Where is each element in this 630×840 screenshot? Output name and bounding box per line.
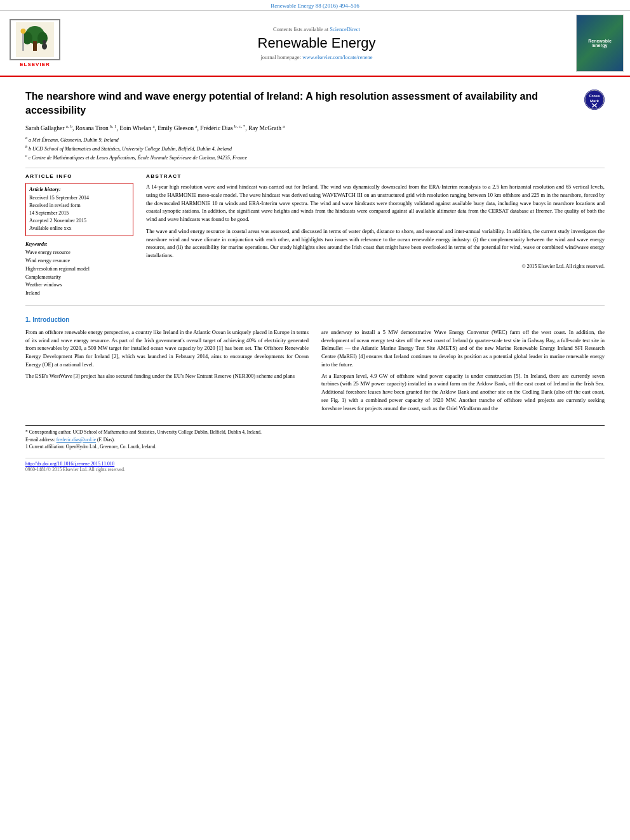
divider	[25, 168, 605, 168]
abstract-heading: ABSTRACT	[146, 173, 605, 179]
svg-rect-5	[22, 32, 24, 51]
article-info-column: ARTICLE INFO Article history: Received 1…	[25, 173, 133, 298]
keywords-title: Keywords:	[25, 241, 133, 247]
abstract-text: A 14-year high resolution wave and wind …	[146, 183, 605, 260]
abstract-column: ABSTRACT A 14-year high resolution wave …	[146, 173, 605, 298]
crossmark-icon: Cross Mark	[584, 90, 605, 110]
doi-link[interactable]: http://dx.doi.org/10.1016/j.renene.2015.…	[25, 461, 114, 467]
homepage-link[interactable]: www.elsevier.com/locate/renene	[302, 54, 372, 60]
journal-thumbnail: RenewableEnergy	[576, 15, 624, 72]
svg-point-8	[43, 40, 46, 44]
intro-section: 1. Introduction From an offshore renewab…	[25, 316, 605, 416]
affiliations: a a Met Éireann, Glasnevin, Dublin 9, Ir…	[25, 135, 605, 161]
thumb-image: RenewableEnergy	[576, 15, 624, 72]
science-direct-link[interactable]: ScienceDirect	[330, 26, 360, 32]
intro-right-p1: At a European level, 4.9 GW of offshore …	[321, 372, 605, 413]
history-row-0: Received 15 September 2014	[29, 194, 130, 202]
bottom-bar: http://dx.doi.org/10.1016/j.renene.2015.…	[25, 458, 605, 472]
abstract-para-0: A 14-year high resolution wave and wind …	[146, 183, 605, 223]
intro-left-p1: The ESB's WestWave [3] project has also …	[25, 372, 309, 380]
citation-text: Renewable Energy 88 (2016) 494–516	[271, 3, 359, 9]
science-direct-text: Contents lists available at ScienceDirec…	[64, 26, 570, 32]
intro-right-text: are underway to install a 5 MW demonstra…	[321, 328, 605, 413]
copyright: © 2015 Elsevier Ltd. All rights reserved…	[146, 263, 605, 269]
elsevier-tree-icon	[16, 22, 54, 57]
crossmark: Cross Mark	[584, 90, 605, 110]
email-link[interactable]: frederic.dias@ucd.ie	[57, 437, 96, 443]
footnote-corresponding: * Corresponding author. UCD School of Ma…	[25, 429, 605, 436]
keyword-2: High-resolution regional model	[25, 265, 133, 274]
logo-box	[10, 19, 60, 60]
article-info-abstract: ARTICLE INFO Article history: Received 1…	[25, 173, 605, 298]
journal-homepage: journal homepage: www.elsevier.com/locat…	[64, 54, 570, 60]
elsevier-label: ELSEVIER	[20, 62, 50, 67]
keyword-0: Wave energy resource	[25, 249, 133, 257]
article-title-section: The nearshore wind and wave energy poten…	[25, 83, 605, 118]
journal-center: Contents lists available at ScienceDirec…	[64, 26, 570, 60]
keyword-4: Weather windows	[25, 281, 133, 290]
affiliation-c: c c Centre de Mathématiques et de Leurs …	[25, 153, 605, 162]
history-row-2: 14 September 2015	[29, 210, 130, 217]
history-row-1: Received in revised form	[29, 202, 130, 210]
journal-title: Renewable Energy	[64, 35, 570, 51]
intro-right-p0: are underway to install a 5 MW demonstra…	[321, 328, 605, 369]
svg-text:Mark: Mark	[590, 99, 600, 103]
doi-line: http://dx.doi.org/10.1016/j.renene.2015.…	[25, 461, 605, 467]
svg-point-7	[42, 43, 47, 50]
footnote-email: E-mail address: frederic.dias@ucd.ie (F.…	[25, 436, 605, 443]
history-row-4: Available online xxx	[29, 225, 130, 232]
article-title: The nearshore wind and wave energy poten…	[25, 90, 578, 118]
intro-right-col: are underway to install a 5 MW demonstra…	[321, 328, 605, 416]
affiliation-a: a a Met Éireann, Glasnevin, Dublin 9, Ir…	[25, 135, 605, 144]
history-title: Article history:	[29, 187, 130, 192]
section-divider	[25, 305, 605, 306]
keyword-1: Wind energy resource	[25, 257, 133, 265]
svg-text:Cross: Cross	[589, 94, 600, 98]
history-row-3: Accepted 2 November 2015	[29, 217, 130, 225]
article-history-box: Article history: Received 15 September 2…	[25, 183, 133, 236]
intro-left-text: From an offshore renewable energy perspe…	[25, 328, 309, 380]
svg-point-6	[21, 29, 26, 34]
keywords-section: Keywords: Wave energy resource Wind ener…	[25, 241, 133, 298]
intro-body: From an offshore renewable energy perspe…	[25, 328, 605, 416]
abstract-para-1: The wave and wind energy resource in coa…	[146, 227, 605, 260]
article-info-heading: ARTICLE INFO	[25, 173, 133, 179]
journal-header: ELSEVIER Contents lists available at Sci…	[0, 11, 630, 77]
footnote-affiliation1: 1 Current affiliation: OpenHydro Ltd., G…	[25, 443, 605, 450]
issn-line: 0960-1481/© 2015 Elsevier Ltd. All right…	[25, 467, 605, 472]
intro-left-col: From an offshore renewable energy perspe…	[25, 328, 309, 416]
journal-citation: Renewable Energy 88 (2016) 494–516	[0, 0, 630, 11]
intro-title: 1. Introduction	[25, 316, 605, 323]
footnotes: * Corresponding author. UCD School of Ma…	[25, 425, 605, 450]
main-content: The nearshore wind and wave energy poten…	[0, 77, 630, 479]
intro-left-p0: From an offshore renewable energy perspe…	[25, 328, 309, 369]
svg-rect-4	[33, 41, 37, 51]
elsevier-logo: ELSEVIER	[6, 19, 64, 67]
keyword-5: Ireland	[25, 290, 133, 298]
authors: Sarah Gallagher a, b, Roxana Tiron b, 1,…	[25, 123, 605, 133]
affiliation-b: b b UCD School of Mathematics and Statis…	[25, 144, 605, 153]
keyword-3: Complementarity	[25, 274, 133, 282]
